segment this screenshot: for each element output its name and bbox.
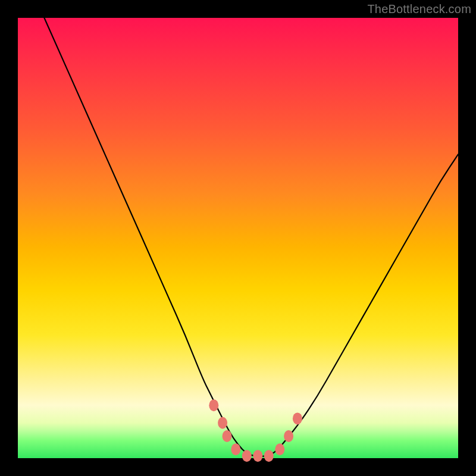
curve-marker [284, 430, 293, 442]
chart-svg [18, 18, 458, 458]
curve-marker [293, 412, 302, 424]
curve-marker [253, 450, 262, 462]
curve-marker [275, 443, 284, 455]
curve-markers [209, 399, 302, 462]
watermark-text: TheBottleneck.com [367, 2, 471, 16]
curve-marker [231, 443, 240, 455]
curve-marker [242, 450, 252, 462]
bottleneck-curve [44, 18, 458, 456]
curve-marker [209, 399, 218, 411]
plot-area [18, 18, 458, 458]
curve-marker [264, 450, 274, 462]
chart-frame: TheBottleneck.com [0, 0, 476, 476]
curve-marker [218, 417, 227, 429]
curve-marker [223, 430, 232, 442]
